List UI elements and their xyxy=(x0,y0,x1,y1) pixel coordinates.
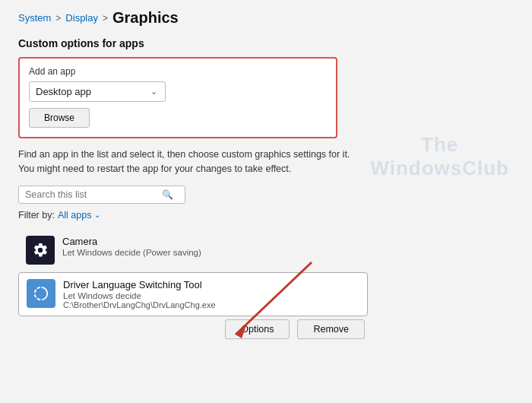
list-item[interactable]: Camera Let Windows decide (Power saving) xyxy=(18,230,368,271)
camera-app-sub: Let Windows decide (Power saving) xyxy=(62,248,360,257)
chevron-down-icon: ⌄ xyxy=(150,87,157,97)
settings-page: System > Display > Graphics Custom optio… xyxy=(0,0,532,403)
breadcrumb-display[interactable]: Display xyxy=(65,12,98,24)
camera-app-info: Camera Let Windows decide (Power saving) xyxy=(62,236,360,257)
page-title: Graphics xyxy=(112,9,179,27)
search-input-wrap[interactable]: 🔍 xyxy=(18,186,185,204)
search-icon: 🔍 xyxy=(162,189,173,200)
filter-chevron-icon: ⌄ xyxy=(94,211,100,219)
options-button[interactable]: Options xyxy=(225,319,290,339)
filter-label: Filter by: xyxy=(18,210,55,221)
search-input[interactable] xyxy=(25,189,162,200)
add-app-label: Add an app xyxy=(29,66,327,77)
driver-app-info: Driver Language Switching Tool Let Windo… xyxy=(63,279,359,309)
search-row: 🔍 xyxy=(18,186,514,204)
breadcrumb-system[interactable]: System xyxy=(18,12,51,24)
driver-app-path: C:\Brother\DrvLangChg\DrvLangChg.exe xyxy=(63,300,359,309)
remove-button[interactable]: Remove xyxy=(297,319,365,339)
camera-app-icon xyxy=(26,236,55,265)
filter-value[interactable]: All apps xyxy=(58,210,91,221)
dropdown-value: Desktop app xyxy=(36,86,91,97)
breadcrumb-sep-2: > xyxy=(103,13,108,24)
driver-app-name: Driver Language Switching Tool xyxy=(63,279,359,290)
filter-row: Filter by: All apps ⌄ xyxy=(18,210,514,221)
action-row: Options Remove xyxy=(18,319,368,339)
watermark: The WindowsClub xyxy=(370,133,509,180)
browse-button[interactable]: Browse xyxy=(29,108,90,128)
camera-app-name: Camera xyxy=(62,236,360,247)
add-app-box: Add an app Desktop app ⌄ Browse xyxy=(18,57,337,138)
list-item[interactable]: Driver Language Switching Tool Let Windo… xyxy=(18,272,368,316)
driver-app-icon xyxy=(27,279,55,308)
app-list: Camera Let Windows decide (Power saving)… xyxy=(18,230,368,339)
driver-app-sub: Let Windows decide xyxy=(63,291,359,300)
info-text: Find an app in the list and select it, t… xyxy=(18,148,353,176)
breadcrumb: System > Display > Graphics xyxy=(18,9,514,27)
breadcrumb-sep-1: > xyxy=(55,13,61,24)
app-type-dropdown[interactable]: Desktop app ⌄ xyxy=(29,81,166,102)
section-title: Custom options for apps xyxy=(18,37,514,49)
